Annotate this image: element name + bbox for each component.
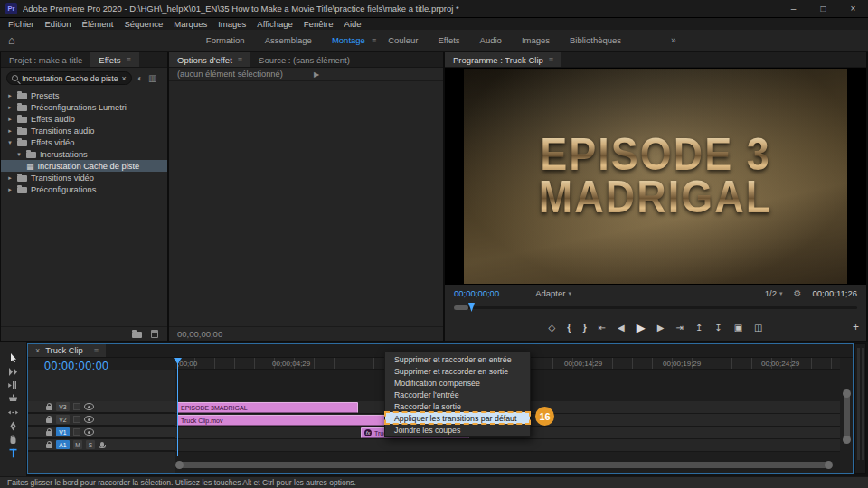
workspace-menu-icon[interactable]: ≡: [372, 36, 376, 45]
search-clear-icon[interactable]: ×: [122, 74, 127, 83]
menu-aide[interactable]: Aide: [339, 19, 367, 29]
track-v1-target-button[interactable]: V1: [56, 427, 70, 436]
goto-in-button[interactable]: ⇤: [599, 323, 606, 333]
tree-item-lumetri[interactable]: ▸Préconfigurations Lumetri: [1, 101, 167, 113]
context-item-supprimer-entree[interactable]: Supprimer et raccorder en entrée: [385, 353, 530, 365]
twisty-icon[interactable]: ▸: [6, 186, 14, 193]
context-item-joindre-les-coupes[interactable]: Joindre les coupes: [385, 424, 530, 436]
tab-effect-controls[interactable]: Options d'effet≡: [169, 52, 250, 67]
eye-icon[interactable]: [84, 428, 94, 436]
twisty-icon[interactable]: ▸: [6, 174, 14, 182]
goto-out-button[interactable]: ⇥: [675, 323, 683, 333]
lock-icon[interactable]: [46, 431, 52, 436]
track-v2-target-button[interactable]: V2: [56, 415, 70, 424]
twisty-icon[interactable]: ▸: [6, 104, 14, 111]
lock-icon[interactable]: [46, 418, 52, 423]
close-button[interactable]: ×: [838, 0, 868, 17]
tab-project[interactable]: Projet : make a title: [1, 52, 90, 67]
program-scrubber[interactable]: [445, 302, 866, 313]
lock-icon[interactable]: [46, 406, 52, 410]
solo-button[interactable]: S: [86, 440, 95, 449]
tree-item-transitions-video[interactable]: ▸Transitions vidéo: [1, 172, 167, 183]
workspace-tab-bibliotheques[interactable]: Bibliothèques: [560, 35, 631, 45]
track-a1-lane[interactable]: [175, 439, 840, 451]
context-item-supprimer-sortie[interactable]: Supprimer et raccorder en sortie: [385, 365, 530, 377]
selection-tool-icon[interactable]: [7, 353, 19, 363]
menu-fichier[interactable]: Fichier: [3, 19, 40, 29]
export-frame-button[interactable]: ▣: [734, 323, 742, 333]
mark-in-button[interactable]: {: [567, 322, 571, 333]
maximize-button[interactable]: □: [808, 0, 838, 17]
menu-images[interactable]: Images: [212, 19, 251, 29]
menu-fenetre[interactable]: Fenêtre: [298, 19, 339, 29]
playback-resolution-dropdown[interactable]: 1/2▾: [765, 288, 783, 298]
tab-effects[interactable]: Effets≡: [90, 52, 138, 67]
menu-affichage[interactable]: Affichage: [251, 19, 297, 29]
twisty-icon[interactable]: ▸: [6, 92, 14, 99]
lift-button[interactable]: ↥: [695, 323, 703, 333]
preset-filter-icon[interactable]: ▥: [148, 73, 156, 83]
track-a1-target-button[interactable]: A1: [56, 440, 70, 449]
panel-menu-icon[interactable]: ≡: [94, 346, 99, 355]
tree-item-preconfigurations[interactable]: ▸Préconfigurations: [1, 183, 167, 195]
razor-tool-icon[interactable]: [7, 394, 19, 404]
lock-icon[interactable]: [46, 444, 52, 448]
step-back-button[interactable]: ◀: [618, 323, 625, 333]
workspace-tab-audio[interactable]: Audio: [470, 35, 512, 45]
mark-out-button[interactable]: }: [582, 322, 586, 333]
playhead-line[interactable]: [177, 358, 178, 456]
horizontal-scrollbar[interactable]: [177, 462, 831, 468]
menu-marques[interactable]: Marques: [168, 19, 212, 29]
mute-button[interactable]: M: [73, 440, 82, 449]
tree-item-incrustations[interactable]: ▾Incrustations: [1, 148, 167, 160]
comparison-view-button[interactable]: ◫: [754, 323, 762, 333]
tree-item-effets-audio[interactable]: ▸Effets audio: [1, 113, 167, 125]
scrubber-zoom-handle[interactable]: [454, 305, 468, 310]
play-button[interactable]: ▶: [637, 321, 646, 334]
context-item-raccorder-sortie[interactable]: Raccorder la sortie: [385, 400, 530, 412]
sync-lock-toggle[interactable]: [73, 428, 80, 436]
step-forward-button[interactable]: ▶: [657, 323, 665, 333]
context-item-raccorder-entree[interactable]: Raccorder l'entrée: [385, 389, 530, 400]
twisty-icon[interactable]: ▸: [6, 116, 14, 123]
tab-timeline-truck-clip[interactable]: × Truck Clip ≡: [28, 344, 106, 357]
program-current-timecode[interactable]: 00;00;00;00: [454, 288, 499, 298]
twisty-icon[interactable]: ▸: [6, 127, 14, 135]
minimize-button[interactable]: –: [778, 0, 808, 17]
sync-lock-toggle[interactable]: [73, 403, 80, 410]
workspace-tab-montage[interactable]: Montage: [322, 35, 375, 45]
effect-controls-timecode[interactable]: 00;00;00;00: [177, 329, 222, 339]
type-tool-icon[interactable]: [7, 448, 19, 458]
pen-tool-icon[interactable]: [7, 421, 19, 431]
ripple-edit-tool-icon[interactable]: [7, 380, 19, 390]
panel-menu-icon[interactable]: ≡: [126, 55, 130, 64]
track-v3-target-button[interactable]: V3: [56, 402, 70, 411]
tree-item-transitions-audio[interactable]: ▸Transitions audio: [1, 125, 167, 136]
settings-wrench-icon[interactable]: ⚙: [794, 288, 802, 298]
menu-element[interactable]: Élément: [77, 19, 119, 29]
search-input[interactable]: Incrustation Cache de piste ×: [6, 71, 132, 85]
slip-tool-icon[interactable]: [7, 408, 19, 418]
track-select-tool-icon[interactable]: [7, 367, 19, 377]
tree-item-presets[interactable]: ▸Presets: [1, 89, 167, 101]
home-icon[interactable]: ⌂: [8, 33, 15, 47]
panel-menu-icon[interactable]: ≡: [549, 55, 553, 64]
tree-item-effets-video[interactable]: ▾Effets vidéo: [1, 136, 167, 148]
zoom-level-dropdown[interactable]: Adapter▾: [535, 288, 571, 298]
tab-source-monitor[interactable]: Source : (sans élément): [250, 52, 358, 67]
workspace-tab-images[interactable]: Images: [512, 35, 560, 45]
context-item-modification-compensee[interactable]: Modification compensée: [385, 377, 530, 389]
scrubber-track[interactable]: [454, 306, 857, 309]
tab-program-monitor[interactable]: Programme : Truck Clip≡: [445, 52, 561, 67]
tree-item-incrustation-cache-de-piste[interactable]: ▦Incrustation Cache de piste: [1, 160, 167, 172]
workspace-tab-assemblage[interactable]: Assemblage: [255, 35, 322, 45]
clip-episode3-madrigal[interactable]: EPISODE 3MADRIGAL: [177, 402, 358, 413]
eye-icon[interactable]: [84, 416, 94, 423]
button-editor-plus[interactable]: +: [853, 314, 859, 340]
workspace-tab-couleur[interactable]: Couleur: [378, 35, 428, 45]
hand-tool-icon[interactable]: [7, 435, 19, 445]
delete-icon[interactable]: [151, 330, 158, 338]
close-icon[interactable]: ×: [35, 346, 40, 355]
eye-icon[interactable]: [84, 403, 94, 410]
workspace-tab-effets[interactable]: Effets: [428, 35, 469, 45]
